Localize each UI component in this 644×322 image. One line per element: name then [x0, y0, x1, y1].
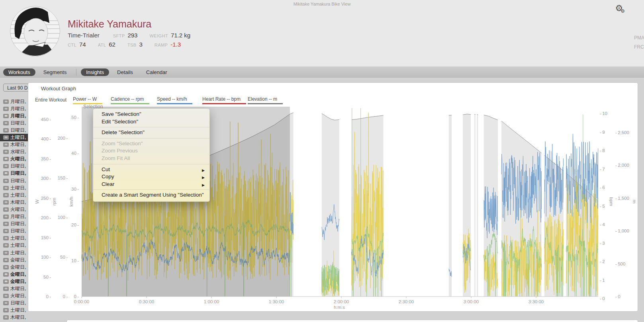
workout-list-item-28[interactable]: ∞日曜日, [0, 300, 32, 307]
workout-list-item-14[interactable]: ∞木曜日, [0, 199, 32, 206]
workout-list-item-5[interactable]: ∞土曜日, [0, 134, 32, 141]
workout-item-label: 月曜日, [10, 98, 26, 105]
bike-workout-icon: ∞ [3, 258, 9, 262]
menu-separator [93, 164, 209, 164]
next-panel-edge [67, 320, 638, 322]
workout-item-label: 火曜日, [10, 206, 26, 213]
athlete-type: Time-Trialer [68, 32, 100, 39]
workout-list-item-4[interactable]: ∞日曜日, [0, 127, 32, 134]
workout-list-item-0[interactable]: ∞月曜日, [0, 98, 32, 105]
workout-list-item-1[interactable]: ∞月曜日, [0, 105, 32, 112]
workout-list-item-23[interactable]: ∞金曜日, [0, 263, 32, 271]
bike-workout-icon: ∞ [3, 308, 9, 312]
workout-list-item-27[interactable]: ∞火曜日, [0, 293, 32, 300]
bike-workout-icon: ∞ [3, 272, 9, 277]
workout-list-item-12[interactable]: ∞土曜日, [0, 184, 32, 191]
workout-list-item-6[interactable]: ∞木曜日, [0, 141, 32, 148]
menu-item-create-a-smart-segment-using-selection[interactable]: Create a Smart Segment Using "Selection" [93, 191, 209, 199]
bike-workout-icon: ∞ [3, 164, 9, 168]
legend-item-cadence[interactable]: Cadence -- rpm [111, 96, 149, 104]
bike-workout-icon: ∞ [3, 236, 9, 240]
workout-list-item-30[interactable]: ∞木曜日, [0, 314, 32, 321]
stat-label-weight: WEIGHT [149, 33, 168, 38]
bike-workout-icon: ∞ [3, 200, 9, 205]
tab-insights[interactable]: Insights [81, 68, 109, 76]
settings-gear-icon[interactable]: ⚙⚙ [615, 3, 628, 13]
stat-label-atl: ATL [98, 43, 106, 47]
workout-list-item-3[interactable]: ∞日曜日, [0, 119, 32, 127]
app-window: Mikitake Yamakura Bike View ⚙⚙ Mikitake … [0, 0, 644, 322]
workout-list-item-16[interactable]: ∞月曜日, [0, 213, 32, 221]
workout-list-item-7[interactable]: ∞水曜日, [0, 148, 32, 156]
menu-item-delete-selection[interactable]: Delete "Selection" [93, 129, 209, 137]
tab-segments[interactable]: Segments [38, 68, 72, 76]
metric-label-pma: PMA [634, 33, 644, 43]
metric-label-frc: FRC [634, 43, 644, 52]
workout-item-label: 日曜日, [10, 120, 26, 127]
workout-item-label: 日曜日, [10, 221, 26, 227]
workout-list-item-25[interactable]: ∞金曜日, [0, 278, 32, 285]
workout-list-item-13[interactable]: ∞土曜日, [0, 191, 32, 199]
bike-workout-icon: ∞ [3, 135, 9, 140]
submenu-arrow-icon: ▶ [202, 182, 205, 189]
bike-workout-icon: ∞ [3, 142, 9, 147]
workout-item-label: 土曜日, [10, 235, 26, 242]
bike-workout-icon: ∞ [3, 301, 9, 305]
workout-item-label: 土曜日, [10, 242, 26, 249]
workout-list-item-11[interactable]: ∞日曜日, [0, 177, 32, 184]
workout-list-item-26[interactable]: ∞木曜日, [0, 285, 32, 292]
workout-item-label: 火曜日, [10, 156, 26, 162]
menu-item-edit-selection[interactable]: Edit "Selection" [93, 118, 209, 126]
bike-workout-icon: ∞ [3, 215, 9, 219]
workout-list-item-17[interactable]: ∞日曜日, [0, 221, 32, 228]
tab-separator [76, 69, 76, 76]
workout-list-item-21[interactable]: ∞土曜日, [0, 249, 32, 256]
workout-list-item-8[interactable]: ∞火曜日, [0, 156, 32, 163]
workout-list-item-18[interactable]: ∞日曜日, [0, 228, 32, 235]
workout-list-item-22[interactable]: ∞金曜日, [0, 256, 32, 263]
workout-list-item-10[interactable]: ∞日曜日, [0, 170, 32, 177]
menu-item-zoom-fit-all: Zoom Fit All [93, 155, 209, 162]
menu-item-cut[interactable]: Cut▶ [93, 166, 209, 174]
legend-item-elevation[interactable]: Elevation -- m [248, 96, 283, 104]
submenu-arrow-icon: ▶ [202, 167, 205, 174]
workout-item-label: 月曜日, [10, 213, 26, 220]
workout-list-item-29[interactable]: ∞土曜日, [0, 307, 32, 314]
workout-item-label: 金曜日, [10, 271, 26, 278]
stat-label-sftp: SFTP [113, 33, 125, 38]
bike-workout-icon: ∞ [3, 287, 9, 291]
legend-item-heart-rate[interactable]: Heart Rate -- bpm [202, 96, 246, 104]
workout-list-item-9[interactable]: ∞日曜日, [0, 163, 32, 170]
workout-item-label: 木曜日, [10, 285, 26, 292]
stat-label-tsb: TSB [127, 43, 137, 47]
workout-list-item-2[interactable]: ∞月曜日, [0, 112, 32, 119]
menu-separator [93, 127, 209, 127]
menu-item-save-selection[interactable]: Save "Selection" [93, 111, 209, 118]
tab-workouts[interactable]: Workouts [3, 68, 35, 76]
workout-list-item-15[interactable]: ∞火曜日, [0, 206, 32, 213]
workout-list-item-24[interactable]: ∞金曜日, [0, 271, 32, 278]
scope-selector[interactable]: Entire Workout [35, 97, 67, 103]
bike-workout-icon: ∞ [3, 100, 9, 104]
menu-item-clear[interactable]: Clear▶ [93, 181, 209, 188]
bike-workout-icon: ∞ [3, 207, 9, 212]
bike-workout-icon: ∞ [3, 251, 9, 255]
legend-item-power[interactable]: Power -- W [73, 96, 102, 104]
right-metric-labels: PMAFRC [634, 33, 644, 52]
bike-workout-icon: ∞ [3, 128, 9, 133]
workout-list-item-20[interactable]: ∞土曜日, [0, 242, 32, 249]
stat-value-ramp: -1.3 [170, 41, 181, 48]
workout-list: ∞月曜日,∞月曜日,∞月曜日,∞日曜日,∞日曜日,∞土曜日,∞木曜日,∞水曜日,… [0, 98, 32, 321]
workout-item-label: 土曜日, [10, 307, 26, 314]
stats-row2-values: CTL74ATL62TSB3RAMP-1.3 [68, 41, 193, 48]
workout-item-label: 土曜日, [10, 250, 26, 256]
workout-item-label: 木曜日, [10, 141, 26, 148]
stat-label-ctl: CTL [68, 43, 76, 47]
tab-details[interactable]: Details [112, 68, 138, 76]
bike-workout-icon: ∞ [3, 315, 9, 320]
menu-item-copy[interactable]: Copy▶ [93, 173, 209, 181]
legend-item-speed[interactable]: Speed -- km/h [157, 96, 192, 104]
tab-calendar[interactable]: Calendar [141, 68, 172, 76]
gear-icon-small: ⚙ [621, 8, 625, 14]
workout-list-item-19[interactable]: ∞土曜日, [0, 235, 32, 242]
